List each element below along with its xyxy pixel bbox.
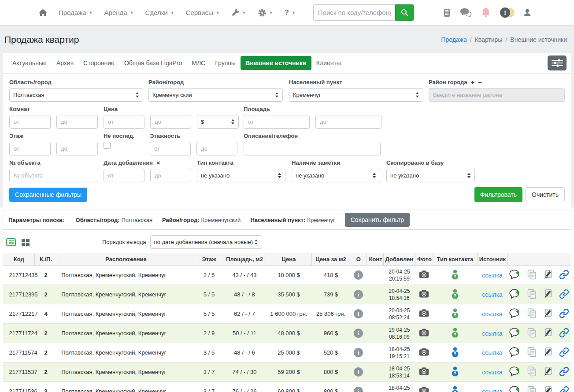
alerts-icon[interactable]: !: [500, 7, 513, 18]
source-link[interactable]: ссылка: [482, 349, 502, 356]
save-filter-button[interactable]: Сохранить фильтр: [345, 213, 410, 227]
breadcrumb-link-prodazha[interactable]: Продажа: [441, 36, 467, 43]
filter-settings-button[interactable]: [548, 55, 567, 70]
contact-type-cell[interactable]: [433, 382, 478, 392]
info-icon[interactable]: i: [354, 270, 363, 280]
user-profile-icon[interactable]: [523, 8, 532, 17]
object-info-cell[interactable]: i: [350, 285, 367, 304]
price-from-input[interactable]: [104, 115, 144, 129]
area-from-input[interactable]: [244, 115, 310, 129]
info-icon[interactable]: i: [354, 309, 363, 318]
info-icon[interactable]: i: [354, 387, 363, 392]
tools-menu[interactable]: ▼: [231, 8, 246, 17]
clear-date-icon[interactable]: ×: [156, 161, 160, 165]
photo-cell[interactable]: [415, 266, 433, 285]
tab-gruppy[interactable]: Группы: [210, 56, 241, 70]
object-id-input[interactable]: [9, 169, 98, 182]
settings-menu[interactable]: ▼: [258, 8, 273, 17]
clear-button[interactable]: Очистить: [526, 187, 565, 202]
photo-cell[interactable]: [415, 324, 433, 343]
photo-cell[interactable]: [415, 304, 433, 324]
copied-to-base-select[interactable]: не указано: [386, 169, 475, 182]
add-comment-icon[interactable]: [509, 289, 521, 299]
currency-select[interactable]: $: [197, 115, 239, 129]
copy-icon[interactable]: [527, 289, 537, 299]
not-last-checkbox[interactable]: [104, 142, 111, 149]
price-to-input[interactable]: [150, 115, 191, 129]
photo-icon[interactable]: [419, 270, 429, 278]
floors-total-to-input[interactable]: [196, 142, 237, 155]
photo-icon[interactable]: [419, 367, 429, 375]
nav-item-servisy[interactable]: Сервисы▼: [186, 9, 220, 16]
copy-to-base-icon[interactable]: [543, 308, 553, 318]
source-link[interactable]: ссылка: [482, 311, 502, 318]
photo-icon[interactable]: [419, 290, 429, 298]
rooms-to-input[interactable]: [56, 115, 98, 129]
contact-type-cell[interactable]: [433, 266, 478, 285]
info-icon[interactable]: i: [354, 348, 363, 357]
contact-person-icon[interactable]: [451, 366, 459, 377]
contact-type-cell[interactable]: [433, 343, 478, 362]
add-comment-icon[interactable]: [509, 386, 521, 392]
date-to-input[interactable]: [150, 169, 191, 182]
contact-person-icon[interactable]: [451, 386, 459, 392]
list-view-icon[interactable]: [6, 238, 16, 246]
floor-to-input[interactable]: [56, 142, 98, 155]
tab-vneshnie-istochniki[interactable]: Внешние источники: [241, 56, 311, 70]
copy-to-base-icon[interactable]: [543, 347, 553, 357]
source-link[interactable]: ссылка: [482, 272, 502, 279]
add-comment-icon[interactable]: [509, 328, 521, 338]
contact-type-select[interactable]: не указано: [197, 169, 285, 182]
contact-type-cell[interactable]: [433, 324, 478, 343]
contact-type-cell[interactable]: [433, 362, 478, 382]
date-from-input[interactable]: [104, 169, 144, 182]
add-comment-icon[interactable]: [509, 270, 521, 280]
external-link-icon[interactable]: [559, 270, 569, 280]
city-area-input[interactable]: [429, 88, 565, 102]
copy-icon[interactable]: [527, 270, 537, 280]
photo-cell[interactable]: [415, 343, 433, 362]
search-input[interactable]: [313, 4, 395, 21]
journal-icon[interactable]: [444, 8, 450, 17]
add-area-icon[interactable]: +: [471, 80, 475, 85]
object-info-cell[interactable]: i: [350, 324, 367, 343]
tab-klienty[interactable]: Клиенты: [311, 56, 346, 70]
photo-cell[interactable]: [415, 285, 433, 304]
saved-filters-button[interactable]: Сохраненные фильтры: [9, 188, 87, 202]
floors-total-from-input[interactable]: [150, 142, 191, 155]
contact-person-icon[interactable]: [451, 289, 459, 299]
note-select[interactable]: не указано: [292, 169, 380, 182]
tab-aktualnye[interactable]: Актуальные: [7, 56, 52, 70]
area-to-input[interactable]: [315, 115, 381, 129]
description-phone-input[interactable]: [244, 142, 381, 155]
copy-icon[interactable]: [527, 328, 537, 338]
info-icon[interactable]: i: [354, 329, 363, 338]
city-select[interactable]: Кременчуг: [289, 88, 423, 102]
tab-mls[interactable]: МЛС: [187, 56, 210, 70]
nav-item-prodazha[interactable]: Продажа▼: [59, 9, 93, 16]
photo-icon[interactable]: [419, 348, 429, 356]
object-info-cell[interactable]: i: [350, 304, 367, 324]
object-info-cell[interactable]: i: [350, 343, 367, 362]
contact-person-icon[interactable]: [451, 308, 459, 318]
external-link-icon[interactable]: [559, 289, 569, 299]
remove-area-icon[interactable]: −: [478, 80, 482, 85]
contact-type-cell[interactable]: [433, 304, 478, 324]
object-info-cell[interactable]: i: [350, 362, 367, 382]
tab-storonnie[interactable]: Сторонние: [78, 56, 119, 70]
home-icon[interactable]: [39, 9, 47, 16]
contact-person-icon[interactable]: [451, 328, 459, 338]
copy-icon[interactable]: [527, 386, 537, 392]
source-link[interactable]: ссылка: [482, 369, 502, 376]
nav-item-sdelki[interactable]: Сделки▼: [145, 9, 174, 16]
photo-cell[interactable]: [415, 382, 433, 392]
source-link[interactable]: ссылка: [482, 330, 502, 337]
district-select[interactable]: Кременчугский: [148, 88, 283, 102]
info-icon[interactable]: i: [354, 290, 363, 299]
copy-to-base-icon[interactable]: [543, 386, 553, 392]
notifications-bell-icon[interactable]: [481, 7, 490, 18]
help-menu[interactable]: ?▼: [285, 8, 296, 17]
copy-to-base-icon[interactable]: [543, 328, 553, 338]
photo-icon[interactable]: [419, 387, 429, 392]
floor-from-input[interactable]: [9, 142, 51, 155]
